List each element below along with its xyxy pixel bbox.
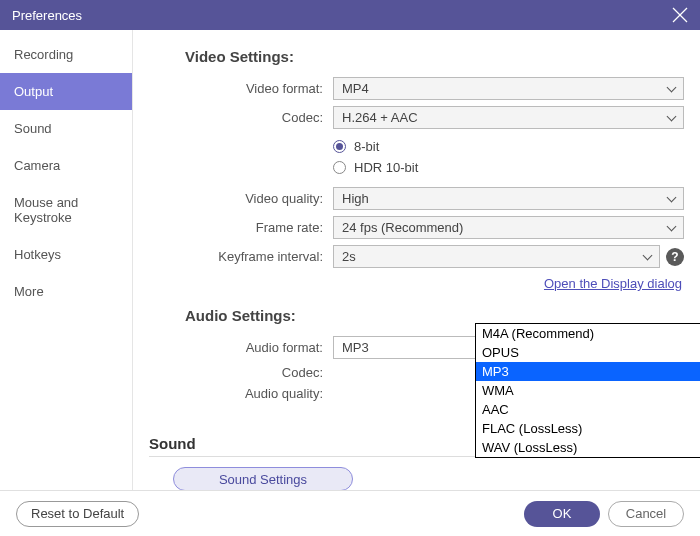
sidebar-item-more[interactable]: More: [0, 273, 132, 310]
radio-hdr-label: HDR 10-bit: [354, 160, 418, 175]
video-settings-title: Video Settings:: [185, 48, 684, 65]
radio-icon: [333, 161, 346, 174]
dropdown-item[interactable]: WAV (LossLess): [476, 438, 700, 457]
footer: Reset to Default OK Cancel: [0, 490, 700, 536]
dropdown-item[interactable]: OPUS: [476, 343, 700, 362]
keyframe-label: Keyframe interval:: [149, 249, 333, 264]
video-quality-select[interactable]: High: [333, 187, 684, 210]
radio-hdr[interactable]: HDR 10-bit: [333, 160, 684, 175]
sidebar-item-recording[interactable]: Recording: [0, 36, 132, 73]
sidebar-item-mouse-keystroke[interactable]: Mouse and Keystroke: [0, 184, 132, 236]
chevron-down-icon: [667, 192, 677, 202]
ok-button[interactable]: OK: [524, 501, 600, 527]
audio-format-value: MP3: [342, 340, 369, 355]
help-icon[interactable]: ?: [666, 248, 684, 266]
sidebar-item-camera[interactable]: Camera: [0, 147, 132, 184]
framerate-select[interactable]: 24 fps (Recommend): [333, 216, 684, 239]
open-display-dialog-link[interactable]: Open the Display dialog: [544, 276, 682, 291]
audio-codec-label: Codec:: [149, 365, 333, 380]
video-format-label: Video format:: [149, 81, 333, 96]
keyframe-value: 2s: [342, 249, 356, 264]
codec-label: Codec:: [149, 110, 333, 125]
framerate-label: Frame rate:: [149, 220, 333, 235]
framerate-value: 24 fps (Recommend): [342, 220, 463, 235]
radio-icon: [333, 140, 346, 153]
chevron-down-icon: [667, 82, 677, 92]
radio-8bit-label: 8-bit: [354, 139, 379, 154]
window-title: Preferences: [12, 8, 82, 23]
video-quality-value: High: [342, 191, 369, 206]
radio-8bit[interactable]: 8-bit: [333, 139, 684, 154]
codec-value: H.264 + AAC: [342, 110, 418, 125]
audio-settings-title: Audio Settings:: [185, 307, 684, 324]
close-icon[interactable]: [672, 7, 688, 23]
keyframe-select[interactable]: 2s: [333, 245, 660, 268]
titlebar: Preferences: [0, 0, 700, 30]
dropdown-item[interactable]: FLAC (LossLess): [476, 419, 700, 438]
chevron-down-icon: [667, 111, 677, 121]
codec-select[interactable]: H.264 + AAC: [333, 106, 684, 129]
dropdown-item[interactable]: AAC: [476, 400, 700, 419]
dropdown-item[interactable]: M4A (Recommend): [476, 324, 700, 343]
sound-settings-button[interactable]: Sound Settings: [173, 467, 353, 490]
cancel-button[interactable]: Cancel: [608, 501, 684, 527]
sidebar-item-hotkeys[interactable]: Hotkeys: [0, 236, 132, 273]
sidebar: Recording Output Sound Camera Mouse and …: [0, 30, 133, 490]
reset-button[interactable]: Reset to Default: [16, 501, 139, 527]
video-quality-label: Video quality:: [149, 191, 333, 206]
video-format-value: MP4: [342, 81, 369, 96]
audio-format-label: Audio format:: [149, 340, 333, 355]
dropdown-item[interactable]: MP3: [476, 362, 700, 381]
video-format-select[interactable]: MP4: [333, 77, 684, 100]
chevron-down-icon: [667, 221, 677, 231]
content-pane: Video Settings: Video format: MP4 Codec:…: [133, 30, 700, 490]
dropdown-item[interactable]: WMA: [476, 381, 700, 400]
chevron-down-icon: [643, 250, 653, 260]
audio-format-dropdown[interactable]: M4A (Recommend) OPUS MP3 WMA AAC FLAC (L…: [475, 323, 700, 458]
sidebar-item-sound[interactable]: Sound: [0, 110, 132, 147]
audio-quality-label: Audio quality:: [149, 386, 333, 401]
sidebar-item-output[interactable]: Output: [0, 73, 132, 110]
